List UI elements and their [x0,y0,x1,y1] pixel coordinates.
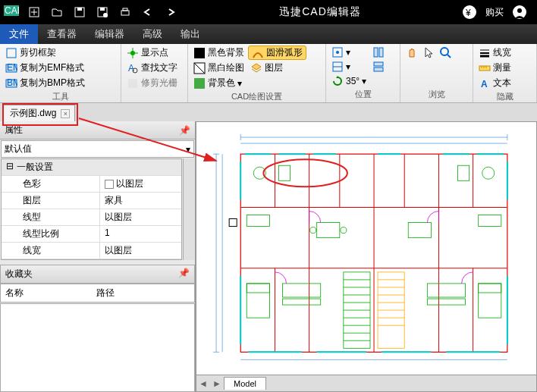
file-tab-bar: 示例图.dwg × [0,103,537,121]
app-icon: CAD [2,3,20,21]
svg-rect-36 [374,62,383,66]
svg-rect-92 [479,284,501,293]
tab-prev-icon[interactable]: ◄ [196,378,210,389]
svg-point-9 [103,13,108,17]
file-tab-label: 示例图.dwg [10,107,56,120]
copy-bmp-button[interactable]: BMP复制为BMP格式 [3,76,87,90]
smooth-arc-button[interactable]: 圆滑弧形 [248,45,306,60]
pin-icon[interactable]: 📌 [179,125,190,136]
drawing-canvas[interactable]: ◄ ► Model [196,121,537,392]
svg-rect-91 [479,284,501,318]
print-icon[interactable] [116,3,134,21]
group-browse-label: 浏览 [404,88,469,101]
new-icon[interactable] [25,3,43,21]
prop-group-row[interactable]: ⊟一般设置 [2,159,181,176]
saveas-icon[interactable] [93,3,111,21]
menu-bar: 文件 查看器 编辑器 高级 输出 [0,24,537,44]
pos-btn3[interactable] [370,45,387,59]
properties-panel: 属性 📌 默认值▾ ⊟一般设置 色彩以图层 图层家具 线型以图层 线型比例1 线… [0,121,196,392]
prop-row[interactable]: 线宽以图层 [2,243,181,259]
svg-rect-93 [282,284,320,297]
pin-icon[interactable]: 📌 [178,268,190,281]
buy-link[interactable]: 购买 [485,6,504,19]
measure-button[interactable]: 测量 [476,61,513,75]
svg-rect-8 [100,8,105,11]
svg-rect-10 [121,11,129,15]
svg-point-15 [517,8,522,13]
currency-icon[interactable]: ¥ [460,3,479,21]
menu-output[interactable]: 输出 [171,24,209,44]
scrollbar[interactable] [183,158,195,260]
tab-next-icon[interactable]: ► [210,378,224,389]
floor-plan [203,131,530,367]
redo-icon[interactable] [162,3,180,21]
menu-file[interactable]: 文件 [0,24,38,44]
bw-draw-button[interactable]: 黑白绘图 [191,61,247,75]
svg-rect-16 [7,49,16,58]
linewidth-button[interactable]: 线宽 [476,45,513,60]
svg-point-99 [341,227,347,234]
svg-rect-122 [458,165,469,180]
svg-text:CAD: CAD [5,5,19,16]
svg-text:EMF: EMF [7,62,17,73]
svg-rect-26 [128,79,137,88]
favorites-list[interactable] [0,303,195,392]
user-icon[interactable] [510,3,529,21]
undo-icon[interactable] [139,3,157,21]
copy-emf-button[interactable]: EMF复制为EMF格式 [3,61,87,75]
layer-button[interactable]: 图层 [248,61,306,75]
svg-point-31 [336,51,339,54]
model-tab[interactable]: Model [224,377,266,390]
pos-btn4[interactable] [370,60,387,74]
svg-text:BMP: BMP [7,77,17,88]
crop-frame-button[interactable]: 剪切框架 [3,45,87,60]
pos-btn1[interactable]: ▾ [329,45,369,59]
close-tab-icon[interactable]: × [61,109,70,118]
menu-viewer[interactable]: 查看器 [38,24,86,44]
browse-hand-button[interactable] [404,45,420,59]
default-dropdown[interactable]: 默认值▾ [1,140,194,158]
prop-row[interactable]: 线型比例1 [2,226,181,243]
menu-editor[interactable]: 编辑器 [86,24,133,44]
group-cad-label: CAD绘图设置 [191,90,322,103]
group-hide-label: 隐藏 [476,90,533,103]
bg-color-button[interactable]: 背景色▾ [191,76,247,90]
browse-zoom-button[interactable] [437,45,454,59]
prop-row[interactable]: 线型以图层 [2,209,181,226]
black-bg-button[interactable]: 黑色背景 [191,45,247,60]
svg-rect-96 [427,299,465,305]
svg-rect-100 [408,223,431,238]
app-title: 迅捷CAD编辑器 [182,5,458,19]
svg-point-121 [482,167,495,179]
ribbon: 剪切框架 EMF复制为EMF格式 BMP复制为BMP格式 工具 显示点 A查找文… [0,44,537,103]
menu-advanced[interactable]: 高级 [133,24,171,44]
prop-row[interactable]: 色彩以图层 [2,176,181,193]
text-button[interactable]: A文本 [476,76,513,90]
svg-rect-6 [77,8,82,11]
svg-rect-34 [374,48,378,57]
open-icon[interactable] [48,3,66,21]
group-tools-label: 工具 [3,90,118,103]
svg-rect-97 [317,223,340,238]
svg-rect-95 [427,284,465,297]
svg-rect-90 [247,284,269,293]
browse-arrow-button[interactable] [420,45,437,59]
file-tab[interactable]: 示例图.dwg × [3,105,75,121]
svg-point-128 [263,159,347,187]
model-tab-bar: ◄ ► Model [196,375,536,391]
show-point-button[interactable]: 显示点 [124,45,180,60]
property-list: ⊟一般设置 色彩以图层 图层家具 线型以图层 线型比例1 线宽以图层 [1,158,182,260]
pos-btn2[interactable]: ▾ [329,60,369,74]
svg-point-98 [310,227,316,234]
svg-rect-29 [194,78,205,89]
svg-rect-120 [278,165,290,180]
rotate-button[interactable]: 35°▾ [329,74,369,88]
svg-rect-94 [282,299,320,305]
title-bar: CAD 迅捷CAD编辑器 ¥ 购买 [0,0,537,24]
favorites-header: 收藏夹📌 [0,265,195,284]
find-text-button[interactable]: A查找文字 [124,61,180,75]
save-icon[interactable] [71,3,89,21]
prop-row[interactable]: 图层家具 [2,193,181,209]
trim-raster-button[interactable]: 修剪光栅 [124,76,180,90]
svg-rect-89 [247,284,269,318]
